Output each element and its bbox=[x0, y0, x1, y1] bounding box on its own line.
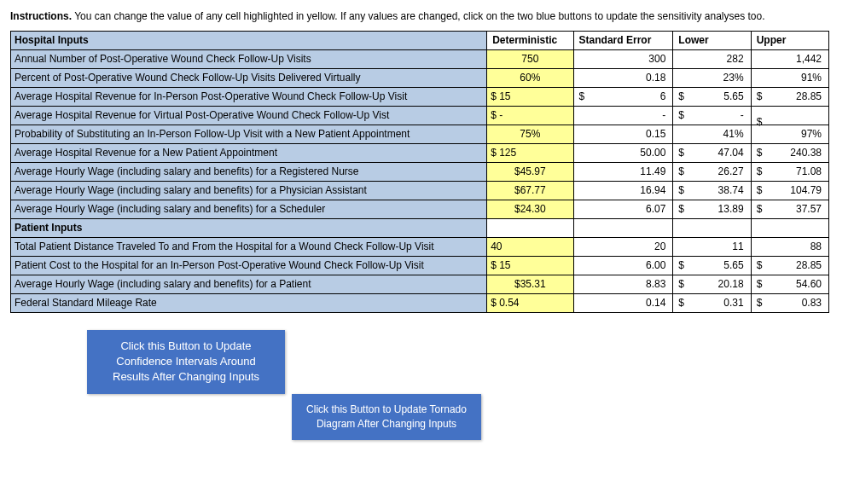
buttons-area: Click this Button to Update Confidence I… bbox=[10, 330, 844, 484]
lo-cell: $0.31 bbox=[673, 294, 751, 313]
hi-cell: 1,442 bbox=[751, 50, 828, 69]
hi-cell: 91% bbox=[751, 69, 828, 88]
header-row: Hospital Inputs Deterministic Standard E… bbox=[11, 32, 829, 50]
header-lower: Lower bbox=[673, 32, 751, 50]
row-wage-scheduler: Average Hourly Wage (including salary an… bbox=[11, 200, 829, 219]
se-cell: 6.07 bbox=[573, 200, 673, 219]
det-cell[interactable]: $24.30 bbox=[487, 200, 573, 219]
hi-cell: $28.85 bbox=[751, 88, 828, 107]
label: Average Hourly Wage (including salary an… bbox=[11, 182, 487, 200]
det-cell[interactable]: 75% bbox=[487, 125, 573, 144]
row-wage-pa: Average Hourly Wage (including salary an… bbox=[11, 182, 829, 200]
se-cell: 0.15 bbox=[573, 125, 673, 144]
se-cell: 8.83 bbox=[573, 275, 673, 294]
row-wage-nurse: Average Hourly Wage (including salary an… bbox=[11, 163, 829, 182]
lo-cell: $13.89 bbox=[673, 200, 751, 219]
se-cell: 6.00 bbox=[573, 257, 673, 275]
det-cell[interactable]: $ 15 bbox=[487, 88, 573, 107]
row-revenue-inperson: Average Hospital Revenue for In-Person P… bbox=[11, 88, 829, 107]
se-cell: 50.00 bbox=[573, 144, 673, 163]
row-revenue-virtual: Average Hospital Revenue for Virtual Pos… bbox=[11, 107, 829, 125]
lo-cell: 41% bbox=[673, 125, 751, 144]
header-standard-error: Standard Error bbox=[573, 32, 673, 50]
hi-cell: $28.85 bbox=[751, 257, 828, 275]
se-cell: 0.14 bbox=[573, 294, 673, 313]
update-ci-button[interactable]: Click this Button to Update Confidence I… bbox=[87, 330, 285, 394]
row-wage-patient: Average Hourly Wage (including salary an… bbox=[11, 275, 829, 294]
label: Average Hourly Wage (including salary an… bbox=[11, 275, 487, 294]
hi-cell: $0.83 bbox=[751, 294, 828, 313]
det-cell[interactable]: 40 bbox=[487, 238, 573, 257]
instructions: Instructions. You can change the value o… bbox=[10, 10, 844, 22]
se-cell: 11.49 bbox=[573, 163, 673, 182]
lo-cell: 23% bbox=[673, 69, 751, 88]
det-cell[interactable]: 60% bbox=[487, 69, 573, 88]
se-cell: 16.94 bbox=[573, 182, 673, 200]
label: Average Hourly Wage (including salary an… bbox=[11, 200, 487, 219]
hi-cell: $240.38 bbox=[751, 144, 828, 163]
det-cell[interactable]: $ 15 bbox=[487, 257, 573, 275]
se-cell: 20 bbox=[573, 238, 673, 257]
se-cell: 300 bbox=[573, 50, 673, 69]
instructions-text: You can change the value of any cell hig… bbox=[72, 10, 765, 22]
row-revenue-newpatient: Average Hospital Revenue for a New Patie… bbox=[11, 144, 829, 163]
patient-header-row: Patient Inputs bbox=[11, 219, 829, 238]
se-cell: 0.18 bbox=[573, 69, 673, 88]
header-deterministic: Deterministic bbox=[487, 32, 573, 50]
update-tornado-button[interactable]: Click this Button to Update Tornado Diag… bbox=[292, 394, 481, 440]
label: Patient Cost to the Hospital for an In-P… bbox=[11, 257, 487, 275]
lo-cell: $- bbox=[673, 107, 751, 125]
label: Total Patient Distance Traveled To and F… bbox=[11, 238, 487, 257]
hi-cell: $71.08 bbox=[751, 163, 828, 182]
hi-cell: 97% bbox=[751, 125, 828, 144]
row-patient-cost: Patient Cost to the Hospital for an In-P… bbox=[11, 257, 829, 275]
det-cell[interactable]: $ 0.54 bbox=[487, 294, 573, 313]
det-cell[interactable]: $67.77 bbox=[487, 182, 573, 200]
lo-cell: 282 bbox=[673, 50, 751, 69]
hi-cell: $37.57 bbox=[751, 200, 828, 219]
header-hospital: Hospital Inputs bbox=[11, 32, 487, 50]
row-annual-visits: Annual Number of Post-Operative Wound Ch… bbox=[11, 50, 829, 69]
det-cell[interactable]: $35.31 bbox=[487, 275, 573, 294]
hi-cell: $104.79 bbox=[751, 182, 828, 200]
lo-cell: $47.04 bbox=[673, 144, 751, 163]
row-prob-substitute: Probability of Substituting an In-Person… bbox=[11, 125, 829, 144]
hi-cell: $54.60 bbox=[751, 275, 828, 294]
lo-cell: $20.18 bbox=[673, 275, 751, 294]
hi-cell: 88 bbox=[751, 238, 828, 257]
hi-cell: $ bbox=[751, 107, 828, 125]
lo-cell: $5.65 bbox=[673, 257, 751, 275]
se-cell: $6 bbox=[573, 88, 673, 107]
lo-cell: $5.65 bbox=[673, 88, 751, 107]
instructions-bold: Instructions. bbox=[10, 10, 72, 22]
label: Federal Standard Mileage Rate bbox=[11, 294, 487, 313]
row-mileage-rate: Federal Standard Mileage Rate $ 0.54 0.1… bbox=[11, 294, 829, 313]
label: Average Hospital Revenue for Virtual Pos… bbox=[11, 107, 487, 125]
row-percent-virtual: Percent of Post-Operative Wound Check Fo… bbox=[11, 69, 829, 88]
lo-cell: 11 bbox=[673, 238, 751, 257]
label: Probability of Substituting an In-Person… bbox=[11, 125, 487, 144]
det-cell[interactable]: $ - bbox=[487, 107, 573, 125]
label: Average Hourly Wage (including salary an… bbox=[11, 163, 487, 182]
inputs-table: Hospital Inputs Deterministic Standard E… bbox=[10, 31, 829, 313]
det-cell[interactable]: $45.97 bbox=[487, 163, 573, 182]
header-upper: Upper bbox=[751, 32, 828, 50]
header-patient: Patient Inputs bbox=[11, 219, 487, 238]
label: Percent of Post-Operative Wound Check Fo… bbox=[11, 69, 487, 88]
row-patient-distance: Total Patient Distance Traveled To and F… bbox=[11, 238, 829, 257]
det-cell[interactable]: 750 bbox=[487, 50, 573, 69]
lo-cell: $26.27 bbox=[673, 163, 751, 182]
label: Annual Number of Post-Operative Wound Ch… bbox=[11, 50, 487, 69]
label: Average Hospital Revenue for In-Person P… bbox=[11, 88, 487, 107]
lo-cell: $38.74 bbox=[673, 182, 751, 200]
det-cell[interactable]: $ 125 bbox=[487, 144, 573, 163]
se-cell: - bbox=[573, 107, 673, 125]
label: Average Hospital Revenue for a New Patie… bbox=[11, 144, 487, 163]
